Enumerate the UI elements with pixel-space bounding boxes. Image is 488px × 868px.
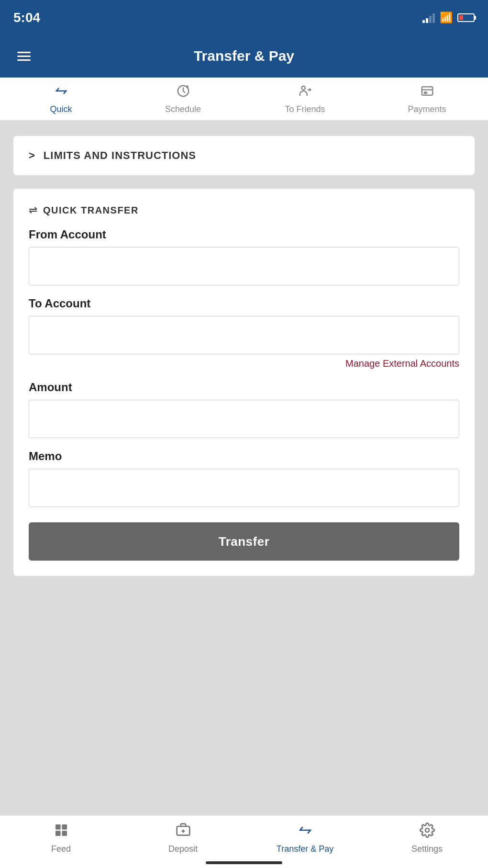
transfer-button[interactable]: Transfer — [29, 522, 459, 561]
nav-transfer-pay[interactable]: Transfer & Pay — [244, 816, 366, 860]
signal-icon — [422, 12, 435, 23]
nav-feed[interactable]: Feed — [0, 816, 122, 860]
quick-icon — [54, 84, 68, 101]
bottom-nav: Feed Deposit Transfer & Pay Setting — [0, 815, 488, 868]
battery-icon — [457, 13, 475, 22]
status-time: 5:04 — [13, 10, 40, 25]
tab-to-friends[interactable]: To Friends — [244, 78, 366, 120]
quick-transfer-title: QUICK TRANSFER — [43, 205, 139, 216]
nav-settings-label: Settings — [411, 844, 443, 854]
memo-label: Memo — [29, 450, 459, 463]
schedule-icon — [176, 84, 190, 101]
svg-rect-3 — [421, 87, 433, 95]
tab-schedule-label: Schedule — [165, 104, 201, 114]
transfer-card: ⇌ QUICK TRANSFER From Account To Account… — [13, 189, 475, 576]
amount-input[interactable] — [29, 400, 459, 438]
svg-point-12 — [425, 828, 429, 832]
amount-field: Amount — [29, 381, 459, 450]
nav-transfer-pay-label: Transfer & Pay — [277, 844, 333, 854]
nav-feed-label: Feed — [51, 844, 71, 854]
transfer-pay-nav-icon — [298, 823, 313, 841]
status-icons: 📶 — [422, 11, 475, 24]
to-friends-icon — [298, 84, 312, 101]
from-account-field: From Account — [29, 228, 459, 297]
svg-rect-8 — [62, 831, 67, 836]
hamburger-button[interactable] — [13, 48, 34, 65]
svg-rect-5 — [55, 824, 61, 830]
limits-card[interactable]: > LIMITS AND INSTRUCTIONS — [13, 136, 475, 175]
header-title: Transfer & Pay — [194, 48, 294, 64]
main-content: > LIMITS AND INSTRUCTIONS ⇌ QUICK TRANSF… — [0, 121, 488, 815]
tab-payments[interactable]: Payments — [366, 78, 488, 120]
to-account-input[interactable] — [29, 316, 459, 354]
tab-quick[interactable]: Quick — [0, 78, 122, 120]
wifi-icon: 📶 — [440, 11, 453, 24]
tab-to-friends-label: To Friends — [285, 104, 325, 114]
nav-deposit[interactable]: Deposit — [122, 816, 244, 860]
payments-icon — [420, 84, 434, 101]
home-indicator — [206, 861, 282, 864]
svg-rect-7 — [55, 831, 61, 836]
manage-external-link[interactable]: Manage External Accounts — [345, 358, 459, 369]
memo-field: Memo — [29, 450, 459, 519]
svg-rect-4 — [424, 92, 426, 93]
transfer-header-icon: ⇌ — [29, 204, 37, 216]
from-account-input[interactable] — [29, 247, 459, 285]
deposit-icon — [176, 823, 191, 841]
nav-deposit-label: Deposit — [168, 844, 198, 854]
card-header: ⇌ QUICK TRANSFER — [29, 204, 459, 216]
svg-point-1 — [301, 86, 305, 90]
status-bar: 5:04 📶 — [0, 0, 488, 34]
nav-settings[interactable]: Settings — [366, 816, 488, 860]
svg-rect-6 — [62, 824, 67, 830]
app-header: Transfer & Pay — [0, 34, 488, 78]
tab-quick-label: Quick — [50, 104, 72, 114]
from-account-label: From Account — [29, 228, 459, 241]
settings-icon — [420, 823, 435, 841]
limits-chevron-icon: > — [29, 149, 35, 162]
feed-icon — [54, 823, 69, 841]
memo-input[interactable] — [29, 469, 459, 507]
tab-payments-label: Payments — [408, 104, 446, 114]
limits-label: LIMITS AND INSTRUCTIONS — [44, 149, 196, 162]
to-account-label: To Account — [29, 297, 459, 310]
tab-bar: Quick Schedule To Friends — [0, 78, 488, 121]
amount-label: Amount — [29, 381, 459, 394]
to-account-field: To Account — [29, 297, 459, 366]
tab-schedule[interactable]: Schedule — [122, 78, 244, 120]
